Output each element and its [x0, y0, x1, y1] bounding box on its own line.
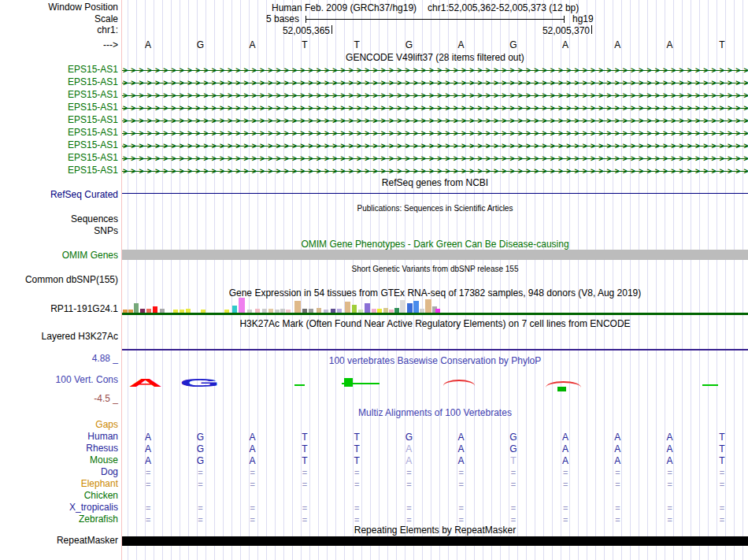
gtex-tissue-bar[interactable] — [345, 302, 350, 313]
gencode-gene-label[interactable]: EPS15-AS1 — [0, 65, 118, 75]
multiz-alignment-cell[interactable]: A — [562, 455, 568, 467]
gtex-tissue-bar[interactable] — [372, 309, 376, 313]
multiz-alignment-cell[interactable]: = — [146, 514, 150, 526]
gene-row[interactable]: >>>>>>>>>>>>>>>>>>>>>>>>>>>>>>>>>>>>>>>>… — [122, 140, 748, 153]
gtex-tissue-bar[interactable] — [275, 310, 280, 313]
multiz-species-label[interactable]: Elephant — [0, 479, 118, 489]
multiz-alignment-cell[interactable]: A — [458, 443, 465, 455]
multiz-alignment-cell[interactable]: A — [458, 455, 465, 467]
multiz-alignment-cell[interactable]: T — [354, 443, 359, 455]
ruler-base-letter[interactable]: A — [614, 40, 620, 50]
multiz-alignment-cell[interactable]: = — [511, 467, 516, 479]
multiz-alignment-cell[interactable]: = — [250, 479, 254, 491]
multiz-alignment-cell[interactable]: = — [667, 503, 672, 514]
multiz-alignment-cell[interactable]: A — [614, 432, 620, 443]
multiz-alignment-cell[interactable]: A — [614, 455, 620, 467]
multiz-alignment-cell[interactable]: = — [250, 514, 254, 526]
multiz-alignment-cell[interactable]: = — [354, 503, 359, 514]
multiz-alignment-cell[interactable]: A — [458, 432, 465, 443]
gencode-gene-label[interactable]: EPS15-AS1 — [0, 77, 118, 87]
multiz-alignment-cell[interactable]: = — [563, 503, 568, 514]
gtex-tissue-bar[interactable] — [173, 310, 178, 313]
gtex-tissue-bar[interactable] — [140, 309, 145, 313]
omim-genes-label[interactable]: OMIM Genes — [0, 250, 118, 261]
common-dbsnp-label[interactable]: Common dbSNP(155) — [0, 275, 118, 285]
multiz-alignment-cell[interactable]: = — [615, 479, 620, 491]
gencode-gene-label[interactable]: EPS15-AS1 — [0, 115, 118, 125]
multiz-alignment-cell[interactable]: A — [145, 432, 151, 443]
multiz-alignment-cell[interactable]: T — [719, 432, 724, 443]
gtex-tissue-bar[interactable] — [232, 306, 237, 313]
gene-row[interactable]: >>>>>>>>>>>>>>>>>>>>>>>>>>>>>>>>>>>>>>>>… — [122, 115, 748, 128]
conservation-dash-glyph[interactable] — [702, 384, 718, 386]
multiz-alignment-cell[interactable]: T — [302, 455, 307, 467]
ruler-base-letter[interactable]: A — [562, 40, 568, 50]
ruler-base-letter[interactable]: T — [354, 40, 359, 50]
gtex-tissue-bar[interactable] — [280, 309, 285, 313]
multiz-alignment-cell[interactable]: G — [509, 432, 517, 443]
multiz-alignment-cell[interactable]: T — [354, 455, 359, 467]
ruler-base-letter[interactable]: A — [458, 40, 465, 50]
gtex-tissue-bar[interactable] — [377, 309, 382, 313]
gtex-tissue-bar[interactable] — [365, 303, 370, 313]
multiz-species-label[interactable]: Zebrafish — [0, 514, 118, 525]
conservation-label[interactable]: 100 Vert. Cons — [0, 375, 118, 385]
gene-row[interactable]: >>>>>>>>>>>>>>>>>>>>>>>>>>>>>>>>>>>>>>>>… — [122, 102, 748, 115]
gencode-gene-label[interactable]: EPS15-AS1 — [0, 140, 118, 150]
gtex-tissue-bar[interactable] — [309, 309, 313, 313]
multiz-alignment-cell[interactable]: = — [250, 503, 254, 514]
multiz-species-label[interactable]: X_tropicalis — [0, 503, 118, 513]
h3k27ac-baseline[interactable] — [122, 349, 748, 350]
multiz-alignment-cell[interactable]: = — [198, 479, 202, 491]
multiz-alignment-cell[interactable]: = — [720, 514, 724, 526]
multiz-alignment-cell[interactable]: A — [405, 443, 412, 455]
multiz-alignment-cell[interactable]: G — [405, 432, 413, 443]
gtex-tissue-bar[interactable] — [358, 310, 363, 313]
gtex-tissue-bar[interactable] — [186, 309, 191, 313]
multiz-alignment-cell[interactable]: = — [511, 503, 516, 514]
gtex-tissue-bar[interactable] — [302, 309, 307, 313]
refseq-curated-label[interactable]: RefSeq Curated — [0, 190, 118, 200]
multiz-alignment-cell[interactable]: T — [302, 432, 307, 443]
gene-row[interactable]: >>>>>>>>>>>>>>>>>>>>>>>>>>>>>>>>>>>>>>>>… — [122, 128, 748, 140]
gtex-tissue-bar[interactable] — [153, 306, 157, 313]
multiz-alignment-cell[interactable]: A — [250, 443, 256, 455]
gtex-tissue-bar[interactable] — [331, 309, 335, 313]
gtex-tissue-bar[interactable] — [394, 308, 399, 313]
gtex-tissue-bar[interactable] — [425, 299, 431, 313]
multiz-species-label[interactable]: Human — [0, 432, 118, 442]
multiz-alignment-cell[interactable]: = — [354, 467, 359, 479]
refseq-curated-item[interactable] — [122, 193, 748, 194]
gencode-gene-label[interactable]: EPS15-AS1 — [0, 128, 118, 138]
multiz-species-label[interactable]: Rhesus — [0, 443, 118, 454]
gtex-tissue-bar[interactable] — [383, 308, 388, 313]
gtex-tissue-bar[interactable] — [413, 301, 419, 313]
multiz-alignment-cell[interactable]: A — [562, 443, 568, 455]
multiz-alignment-cell[interactable]: T — [354, 432, 359, 443]
gencode-gene-label[interactable]: EPS15-AS1 — [0, 153, 118, 163]
gencode-gene-label[interactable]: EPS15-AS1 — [0, 102, 118, 113]
multiz-alignment-cell[interactable]: T — [719, 455, 724, 467]
gene-row[interactable]: >>>>>>>>>>>>>>>>>>>>>>>>>>>>>>>>>>>>>>>>… — [122, 90, 748, 102]
ruler-base-letter[interactable]: G — [405, 40, 413, 50]
ruler-base-letter[interactable]: A — [667, 40, 673, 50]
multiz-alignment-cell[interactable]: A — [667, 455, 673, 467]
conservation-bar-glyph[interactable] — [342, 378, 380, 388]
multiz-alignment-cell[interactable]: = — [354, 479, 359, 491]
multiz-alignment-cell[interactable]: = — [146, 503, 150, 514]
gtex-tissue-bar[interactable] — [224, 310, 229, 313]
gtex-tissue-bar[interactable] — [268, 309, 273, 313]
multiz-alignment-cell[interactable]: A — [614, 443, 620, 455]
h3k27ac-label[interactable]: Layered H3K27Ac — [0, 332, 118, 342]
multiz-species-label[interactable]: Dog — [0, 467, 118, 477]
gtex-tissue-bar[interactable] — [262, 309, 267, 313]
multiz-alignment-cell[interactable]: A — [405, 455, 412, 467]
multiz-alignment-cell[interactable]: = — [406, 503, 411, 514]
multiz-alignment-cell[interactable]: = — [302, 479, 307, 491]
multiz-alignment-cell[interactable]: = — [667, 514, 672, 526]
multiz-alignment-cell[interactable]: = — [615, 514, 620, 526]
multiz-alignment-cell[interactable]: = — [302, 503, 307, 514]
gtex-tissue-bar[interactable] — [407, 303, 413, 313]
gtex-tissue-bar[interactable] — [239, 298, 245, 313]
gtex-tissue-bar[interactable] — [201, 310, 206, 313]
